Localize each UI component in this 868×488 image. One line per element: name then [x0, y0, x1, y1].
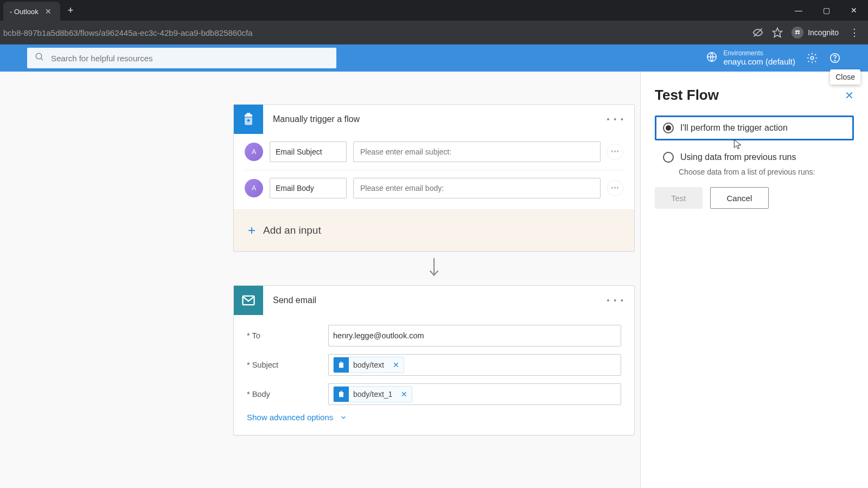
browser-tab-strip: - Outlook ✕ + — ▢ ✕	[0, 0, 868, 21]
add-input-label: Add an input	[263, 224, 321, 236]
field-row-subject: * Subject body/text ✕	[247, 354, 621, 376]
close-tab-icon[interactable]: ✕	[43, 6, 54, 17]
to-label: * To	[247, 331, 328, 340]
test-button[interactable]: Test	[655, 187, 703, 209]
param-menu-icon[interactable]: •••	[607, 180, 623, 196]
search-box[interactable]	[27, 48, 336, 68]
text-param-icon: A	[245, 179, 263, 197]
panel-title: Test Flow	[655, 87, 719, 104]
trigger-card-menu[interactable]: • • •	[607, 115, 624, 124]
action-card-title: Send email	[273, 296, 316, 305]
trigger-card-header[interactable]: Manually trigger a flow • • •	[234, 105, 634, 134]
panel-close-icon[interactable]: ✕	[845, 89, 854, 102]
trigger-card: Manually trigger a flow • • • A Email Su…	[233, 104, 635, 252]
field-row-to: * To	[247, 325, 621, 346]
trigger-icon	[234, 105, 263, 134]
close-tooltip: Close	[830, 69, 860, 85]
radio-icon	[663, 152, 674, 163]
radio-subtext: Choose data from a list of previous runs…	[679, 168, 854, 176]
search-icon	[35, 52, 44, 64]
plus-icon: +	[248, 223, 256, 238]
add-input-button[interactable]: + Add an input	[234, 209, 634, 251]
token-remove-icon[interactable]: ✕	[388, 361, 404, 369]
show-advanced-label: Show advanced options	[247, 413, 333, 422]
maximize-button[interactable]: ▢	[819, 4, 834, 17]
action-card: Send email • • • * To * Subject body/tex…	[233, 285, 635, 435]
radio-icon	[663, 123, 674, 133]
action-card-menu[interactable]: • • •	[607, 296, 624, 305]
token-icon	[334, 357, 349, 373]
browser-tab[interactable]: - Outlook ✕	[3, 2, 60, 21]
minimize-button[interactable]: —	[790, 4, 807, 17]
globe-icon	[706, 51, 718, 65]
body-input[interactable]: body/text_1 ✕	[328, 383, 621, 405]
show-advanced-toggle[interactable]: Show advanced options	[247, 413, 621, 422]
tracking-icon[interactable]	[752, 27, 763, 38]
param-menu-icon[interactable]: •••	[607, 144, 623, 160]
email-icon	[234, 286, 263, 315]
help-icon[interactable]	[829, 52, 841, 64]
svg-point-4	[36, 53, 42, 59]
trigger-card-title: Manually trigger a flow	[273, 114, 360, 124]
search-input[interactable]	[51, 54, 329, 63]
svg-point-2	[795, 32, 797, 34]
window-controls: — ▢ ✕	[790, 4, 865, 17]
body-label: * Body	[247, 390, 328, 399]
incognito-icon	[792, 27, 803, 38]
tab-title: - Outlook	[10, 8, 39, 16]
action-card-header[interactable]: Send email • • •	[234, 286, 634, 315]
environment-selector[interactable]: Environments enayu.com (default)	[706, 49, 795, 67]
close-window-button[interactable]: ✕	[846, 4, 861, 17]
flow-arrow	[233, 252, 635, 285]
new-tab-button[interactable]: +	[68, 5, 74, 16]
svg-point-7	[810, 56, 814, 60]
chevron-down-icon	[340, 414, 347, 421]
radio-label: I'll perform the trigger action	[680, 123, 788, 133]
test-flow-panel: Test Flow ✕ I'll perform the trigger act…	[640, 72, 868, 488]
radio-option-previous[interactable]: Using data from previous runs	[655, 145, 854, 170]
incognito-indicator[interactable]: Incognito	[792, 27, 839, 38]
bookmark-star-icon[interactable]	[772, 27, 783, 38]
svg-point-10	[247, 119, 250, 122]
svg-point-3	[798, 32, 800, 34]
param-row: A Email Body •••	[234, 170, 634, 206]
app-header: Environments enayu.com (default) Close	[0, 44, 868, 72]
radio-label: Using data from previous runs	[680, 152, 796, 162]
token-text: body/text	[349, 361, 388, 369]
param-input[interactable]	[353, 142, 601, 162]
param-name[interactable]: Email Body	[270, 178, 347, 198]
param-input[interactable]	[353, 178, 601, 198]
to-input[interactable]	[328, 325, 621, 346]
env-label: Environments	[723, 49, 795, 57]
address-bar: bcb8-897b1a5d8b63/flows/a962445a-ec3c-42…	[0, 21, 868, 44]
param-name[interactable]: Email Subject	[270, 142, 347, 162]
incognito-label: Incognito	[808, 28, 839, 37]
svg-marker-1	[773, 28, 782, 37]
text-param-icon: A	[245, 143, 263, 161]
settings-gear-icon[interactable]	[806, 52, 818, 64]
dynamic-token[interactable]: body/text ✕	[333, 357, 404, 373]
env-value: enayu.com (default)	[723, 57, 795, 67]
cancel-button[interactable]: Cancel	[710, 187, 769, 209]
to-input-text[interactable]	[333, 331, 616, 340]
url-text[interactable]: bcb8-897b1a5d8b63/flows/a962445a-ec3c-42…	[0, 28, 752, 37]
dynamic-token[interactable]: body/text_1 ✕	[333, 386, 412, 402]
radio-option-manual[interactable]: I'll perform the trigger action	[655, 115, 854, 140]
subject-input[interactable]: body/text ✕	[328, 354, 621, 376]
svg-point-9	[834, 60, 835, 61]
svg-line-5	[41, 58, 43, 60]
token-icon	[334, 387, 349, 402]
browser-menu-icon[interactable]: ⋮	[847, 27, 861, 38]
token-text: body/text_1	[349, 390, 397, 399]
token-remove-icon[interactable]: ✕	[397, 390, 412, 399]
field-row-body: * Body body/text_1 ✕	[247, 383, 621, 405]
param-row: A Email Subject •••	[234, 134, 634, 170]
subject-label: * Subject	[247, 361, 328, 369]
